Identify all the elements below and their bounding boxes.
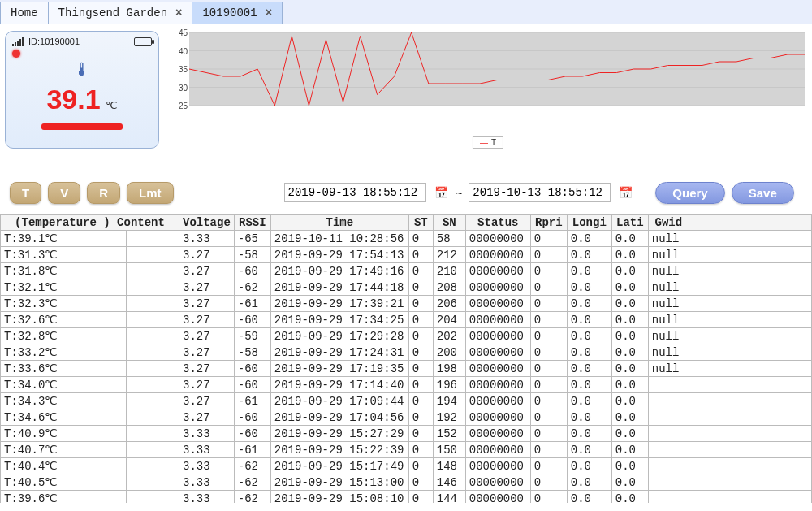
table-header-cell[interactable]: ST	[408, 215, 433, 231]
close-icon[interactable]: ×	[175, 6, 182, 19]
table-header-cell[interactable]: Gwid	[648, 215, 689, 231]
table-cell: 0	[530, 279, 567, 296]
t-button[interactable]: T	[10, 182, 41, 204]
record-dot-icon	[12, 50, 20, 58]
date-from-input[interactable]	[284, 183, 426, 202]
table-row[interactable]: T:40.7℃3.33-612019-09-29 15:22:390150000…	[1, 442, 812, 458]
table-cell: 2019-09-29 15:22:39	[270, 442, 408, 458]
table-cell: 0	[408, 279, 433, 296]
table-cell: 0	[408, 231, 433, 247]
table-cell	[127, 409, 179, 426]
tab-home[interactable]: Home	[0, 2, 49, 24]
close-icon[interactable]: ×	[266, 6, 272, 19]
table-cell: T:32.6℃	[1, 312, 127, 328]
table-header-cell[interactable]: SN	[433, 215, 465, 231]
table-cell: -62	[234, 458, 270, 474]
table-cell: 0.0	[611, 296, 648, 312]
table-row[interactable]: T:33.2℃3.27-582019-09-29 17:24:310200000…	[1, 344, 812, 361]
table-cell: 0.0	[567, 231, 611, 247]
table-header-cell[interactable]: Time	[270, 215, 408, 231]
table-cell: null	[648, 361, 689, 377]
table-cell: 0	[408, 409, 433, 426]
table-cell: 0	[408, 328, 433, 344]
upper-panel: ID:10190001 🌡 39.1℃ 2530354045 23 12:002…	[0, 24, 812, 175]
table-cell: 0	[530, 393, 567, 409]
chart-panel: 2530354045 23 12:0024 00:0024 12:0025 00…	[171, 31, 807, 175]
table-cell: 00000000	[465, 409, 530, 426]
table-row[interactable]: T:34.3℃3.27-612019-09-29 17:09:440194000…	[1, 393, 812, 409]
table-body: T:39.1℃3.33-652019-10-11 10:28:560580000…	[1, 231, 812, 504]
table-row[interactable]: T:32.3℃3.27-612019-09-29 17:39:210206000…	[1, 296, 812, 312]
tab-thingsend-garden[interactable]: Thingsend Garden ×	[48, 2, 193, 24]
table-row[interactable]: T:39.6℃3.33-622019-09-29 15:08:100144000…	[1, 491, 812, 504]
table-cell	[127, 491, 179, 504]
battery-icon	[134, 37, 152, 46]
table-cell	[127, 328, 179, 344]
save-button[interactable]: Save	[732, 182, 794, 204]
table-cell: 0.0	[611, 279, 648, 296]
table-cell: 2019-09-29 17:19:35	[270, 361, 408, 377]
table-row[interactable]: T:31.3℃3.27-582019-09-29 17:54:130212000…	[1, 247, 812, 263]
table-cell: T:31.8℃	[1, 263, 127, 279]
v-button[interactable]: V	[48, 182, 80, 204]
table-row[interactable]: T:32.6℃3.27-602019-09-29 17:34:250204000…	[1, 312, 812, 328]
table-header-cell[interactable]: Voltage	[179, 215, 235, 231]
table-cell: 0.0	[611, 328, 648, 344]
table-cell: 0	[408, 442, 433, 458]
table-header-cell[interactable]: (Temperature ) Content	[1, 215, 179, 231]
table-cell: 00000000	[465, 361, 530, 377]
date-to-input[interactable]	[469, 183, 611, 202]
table-cell	[127, 279, 179, 296]
table-header-cell[interactable]: Rpri	[530, 215, 567, 231]
table-cell: -58	[234, 247, 270, 263]
chart-plot-area	[189, 32, 805, 106]
table-cell	[689, 491, 811, 504]
table-cell: 0	[530, 491, 567, 504]
table-cell: -58	[234, 344, 270, 361]
table-row[interactable]: T:40.5℃3.33-622019-09-29 15:13:000146000…	[1, 474, 812, 491]
table-row[interactable]: T:34.0℃3.27-602019-09-29 17:14:400196000…	[1, 377, 812, 393]
table-cell: 2019-09-29 17:24:31	[270, 344, 408, 361]
lmt-button[interactable]: Lmt	[127, 182, 174, 204]
query-button[interactable]: Query	[655, 182, 724, 204]
table-cell: T:32.3℃	[1, 296, 127, 312]
table-cell: 3.27	[179, 296, 235, 312]
table-row[interactable]: T:34.6℃3.27-602019-09-29 17:04:560192000…	[1, 409, 812, 426]
table-row[interactable]: T:31.8℃3.27-602019-09-29 17:49:160210000…	[1, 263, 812, 279]
table-cell: 0.0	[611, 409, 648, 426]
table-cell	[689, 442, 811, 458]
table-cell: 0	[530, 312, 567, 328]
calendar-icon[interactable]: 📅	[433, 186, 450, 199]
table-header-cell[interactable]: Longi	[567, 215, 611, 231]
table-cell: 0.0	[567, 491, 611, 504]
table-cell: 0	[408, 247, 433, 263]
table-cell: T:33.2℃	[1, 344, 127, 361]
tab-10190001[interactable]: 10190001 ×	[192, 2, 283, 24]
table-row[interactable]: T:32.1℃3.27-622019-09-29 17:44:180208000…	[1, 279, 812, 296]
table-cell: 2019-09-29 17:09:44	[270, 393, 408, 409]
table-cell: -60	[234, 409, 270, 426]
table-cell: null	[648, 263, 689, 279]
table-row[interactable]: T:33.6℃3.27-602019-09-29 17:19:350198000…	[1, 361, 812, 377]
table-cell: 0	[530, 361, 567, 377]
table-row[interactable]: T:40.9℃3.33-602019-09-29 15:27:290152000…	[1, 426, 812, 442]
table-cell: 00000000	[465, 328, 530, 344]
calendar-icon[interactable]: 📅	[617, 186, 634, 199]
table-cell: 2019-09-29 17:14:40	[270, 377, 408, 393]
r-button[interactable]: R	[87, 182, 120, 204]
table-header-cell[interactable]: Status	[465, 215, 530, 231]
table-header-row: (Temperature ) ContentVoltageRSSITimeSTS…	[1, 215, 812, 231]
data-table-scroll[interactable]: (Temperature ) ContentVoltageRSSITimeSTS…	[0, 214, 812, 503]
table-cell: 0.0	[567, 458, 611, 474]
table-row[interactable]: T:39.1℃3.33-652019-10-11 10:28:560580000…	[1, 231, 812, 247]
table-cell: T:40.4℃	[1, 458, 127, 474]
table-cell: 3.27	[179, 312, 235, 328]
table-cell: 148	[433, 458, 465, 474]
table-row[interactable]: T:40.4℃3.33-622019-09-29 15:17:490148000…	[1, 458, 812, 474]
table-cell: 0.0	[567, 442, 611, 458]
table-cell: 0	[408, 344, 433, 361]
table-header-cell[interactable]: RSSI	[234, 215, 270, 231]
table-header-cell[interactable]: Lati	[611, 215, 648, 231]
table-cell	[127, 263, 179, 279]
table-row[interactable]: T:32.8℃3.27-592019-09-29 17:29:280202000…	[1, 328, 812, 344]
